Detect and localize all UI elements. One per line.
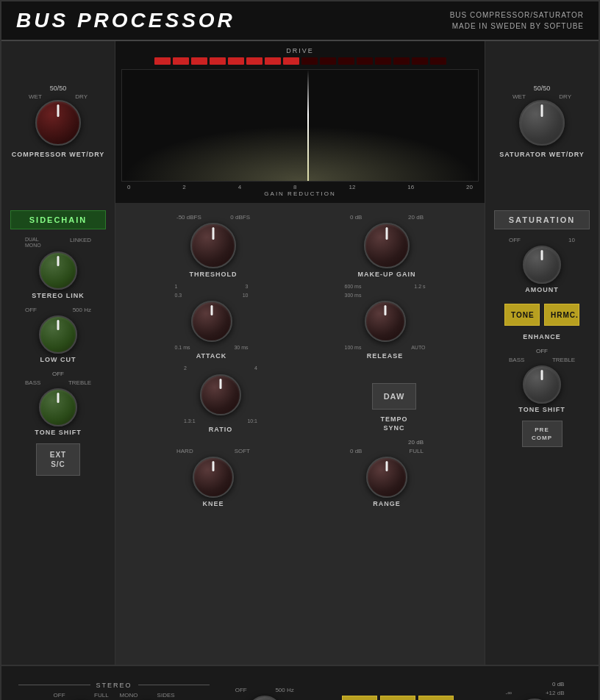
drive-led-11 (338, 57, 354, 65)
stereo-link-right-label: LINKED (70, 237, 91, 249)
drive-led-1 (154, 57, 171, 65)
attack-left: 0.3 (175, 293, 182, 298)
ratio-group: 2 4 1.3:1 10:1 RATIO (184, 365, 257, 433)
threshold-right-label: 0 dBFS (230, 214, 250, 221)
knee-knob[interactable] (193, 457, 234, 498)
tempo-sync-button[interactable]: DAW (372, 383, 416, 410)
tempo-sync-label: TEMPOSYNC (380, 415, 407, 433)
comp-tone-shift-knob[interactable] (39, 388, 77, 426)
output-low-label: -∞ (505, 690, 511, 696)
attack-br: 30 ms (234, 345, 248, 350)
sat-tone-shift-label: TONE SHIFT (518, 406, 565, 413)
drive-led-13 (375, 57, 391, 65)
release-group: 600 ms 1.2 s 300 ms 100 ms AUTO RELEASE (345, 284, 426, 360)
release-label: RELEASE (367, 352, 404, 360)
range-label: RANGE (373, 500, 401, 507)
compressor-wetdry-knob[interactable] (35, 100, 81, 146)
width-left-label: MONO (120, 692, 138, 699)
engage-buttons-row: SPAT. COMP SAT. (342, 696, 454, 700)
knee-right-label: SOFT (235, 448, 250, 454)
sat-wetdry-label: 50/50 (534, 85, 551, 92)
drive-led-2 (173, 57, 189, 65)
mono-bass-left-label: OFF (235, 687, 247, 693)
drive-led-4 (210, 57, 226, 65)
makeup-gain-knob[interactable] (364, 223, 410, 268)
left-panel: SIDECHAIN DUALMONO LINKED STEREO LINK OF… (1, 203, 115, 665)
release-knob[interactable] (365, 301, 406, 342)
comp-wet-label: WET (29, 93, 42, 100)
spat-engage-button[interactable]: SPAT. (342, 696, 377, 700)
low-cut-knob[interactable] (39, 315, 77, 354)
output-top-label: 0 dB (505, 681, 564, 688)
width-right-label: SIDES (157, 692, 175, 699)
drive-led-5 (228, 57, 244, 65)
ratio-tempo-row: 2 4 1.3:1 10:1 RATIO DAW TEMPOSYNC (126, 365, 474, 433)
threshold-label: THRESHOLD (190, 271, 238, 278)
top-section: 50/50 WET DRY COMPRESSOR WET/DRY DRIVE (1, 41, 599, 203)
attack-bl: 0.1 ms (175, 345, 190, 350)
knee-range-row: HARD SOFT KNEE 20 dB 0 dB FULL RANGE (126, 439, 474, 507)
enhance-label: ENHANCE (523, 333, 561, 340)
center-panel: -50 dBFS 0 dBFS THRESHOLD 0 dB 20 dB MAK… (115, 203, 485, 665)
stereo-line-left (18, 685, 90, 685)
hrmc-button[interactable]: HRMC. (544, 304, 579, 326)
attack-knob[interactable] (191, 301, 232, 342)
plugin-container: BUS PROCESSOR BUS COMPRESSOR/SATURATOR M… (0, 0, 600, 700)
drive-meter (121, 57, 479, 65)
knee-group: HARD SOFT KNEE (176, 448, 250, 507)
range-group: 20 dB 0 dB FULL RANGE (350, 439, 424, 507)
sat-tone-off-label: OFF (536, 348, 548, 354)
section-engage: SPAT. COMP SAT. SECTION ENGAGE (324, 696, 471, 700)
meter-glow (122, 126, 478, 182)
threshold-group: -50 dBFS 0 dBFS THRESHOLD (176, 214, 250, 278)
saturator-wetdry-main-label: SATURATOR WET/DRY (499, 150, 585, 160)
stereo-link-left-label: DUALMONO (25, 237, 41, 249)
threshold-knob[interactable] (190, 223, 236, 268)
ext-sc-button[interactable]: EXT S/C (36, 443, 80, 476)
attack-tl: 1 (175, 284, 178, 289)
ratio-knob[interactable] (200, 374, 241, 415)
stereo-line-right (138, 685, 210, 685)
pre-comp-button[interactable]: PRE COMP (522, 421, 562, 447)
ratio-tr: 4 (254, 365, 257, 371)
ratio-label: RATIO (209, 426, 232, 433)
stereo-label: STEREO (90, 682, 138, 689)
sat-tone-right-label: TREBLE (552, 357, 575, 363)
tone-button[interactable]: TONE (504, 304, 540, 326)
comp-tone-shift-label: TONE SHIFT (35, 429, 81, 436)
attack-release-row: 1 3 0.3 10 0.1 ms 30 ms ATTACK (126, 284, 474, 360)
drive-led-16 (430, 57, 446, 65)
air-group: OFF FULL AIR (54, 692, 109, 701)
mono-bass-knob[interactable] (247, 696, 282, 701)
sat-engage-button[interactable]: SAT. (418, 696, 454, 700)
ratio-br: 10:1 (247, 418, 257, 424)
compressor-wet-dry-section: 50/50 WET DRY COMPRESSOR WET/DRY (1, 41, 115, 203)
gain-reduction-label: GAIN REDUCTION (121, 190, 479, 197)
low-cut-left-label: OFF (25, 307, 37, 313)
output-bottom-label: +12 dB (546, 690, 565, 696)
sat-tone-shift-knob[interactable] (523, 365, 561, 404)
gr-scale: 0 2 4 8 12 16 20 (121, 184, 479, 190)
mono-bass-group: OFF 500 Hz MONO BASS (215, 687, 313, 701)
amount-group: OFF 10 AMOUNT (509, 237, 575, 293)
comp-tone-left-label: BASS (25, 379, 40, 386)
drive-led-6 (246, 57, 262, 65)
amount-knob[interactable] (523, 246, 561, 284)
knee-left-label: HARD (176, 448, 193, 454)
enhance-buttons: TONE HRMC. (504, 304, 579, 326)
stereo-link-knob[interactable] (39, 251, 77, 290)
ratio-bl: 1.3:1 (184, 418, 196, 424)
comp-engage-button[interactable]: COMP (380, 696, 415, 700)
release-bl: 100 ms (345, 345, 362, 350)
range-left-label: 0 dB (350, 448, 362, 454)
comp-wetdry-label: 50/50 (29, 85, 88, 92)
attack-tr: 3 (246, 284, 249, 289)
makeup-gain-label: MAKE-UP GAIN (358, 271, 416, 278)
compressor-wetdry-main-label: COMPRESSOR WET/DRY (12, 150, 105, 160)
sidechain-button[interactable]: SIDECHAIN (10, 210, 106, 229)
comp-tone-shift-group: OFF BASS TREBLE TONE SHIFT (25, 371, 91, 436)
range-knob[interactable] (366, 457, 407, 498)
stereo-line-container: STEREO (18, 682, 210, 689)
saturator-wetdry-knob[interactable] (519, 100, 565, 146)
threshold-gain-row: -50 dBFS 0 dBFS THRESHOLD 0 dB 20 dB MAK… (126, 214, 474, 278)
